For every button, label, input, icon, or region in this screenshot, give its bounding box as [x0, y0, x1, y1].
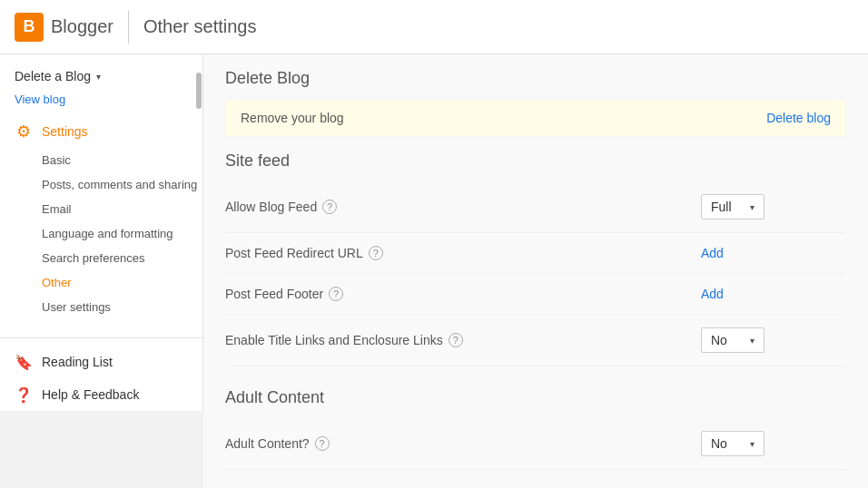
- sidebar: Delete a Blog ▾ View blog ⚙ Settings Bas…: [0, 54, 203, 411]
- allow-blog-feed-label: Allow Blog Feed ?: [225, 200, 701, 214]
- delete-blog-heading: Delete Blog: [225, 54, 846, 99]
- sidebar-subitem-other[interactable]: Other: [42, 270, 202, 295]
- sidebar-subitem-search[interactable]: Search preferences: [42, 246, 202, 270]
- allow-blog-feed-dropdown-caret: ▾: [750, 202, 755, 212]
- delete-blog-link[interactable]: Delete blog: [766, 111, 831, 125]
- enable-title-links-value: No ▾: [701, 327, 846, 353]
- setting-row-adult-content: Adult Content? ? No ▾: [225, 418, 846, 470]
- adult-content-help-icon[interactable]: ?: [315, 436, 330, 451]
- page-title: Other settings: [143, 16, 257, 37]
- enable-title-links-caret: ▾: [750, 336, 755, 346]
- setting-row-allow-blog-feed: Allow Blog Feed ? Full ▾: [225, 181, 846, 233]
- sidebar-subitem-user-settings[interactable]: User settings: [42, 295, 202, 319]
- setting-row-post-feed-footer: Post Feed Footer ? Add: [225, 274, 846, 315]
- setting-row-post-feed-redirect: Post Feed Redirect URL ? Add: [225, 233, 846, 274]
- gear-icon: ⚙: [16, 122, 31, 142]
- content-area: Delete Blog Remove your blog Delete blog…: [203, 54, 868, 488]
- post-feed-footer-value: Add: [701, 287, 846, 301]
- adult-content-value: No ▾: [701, 431, 846, 456]
- help-label: Help & Feedback: [42, 387, 139, 402]
- post-feed-footer-label: Post Feed Footer ?: [225, 287, 701, 301]
- bookmark-icon: 🔖: [15, 353, 33, 371]
- enable-title-links-label: Enable Title Links and Enclosure Links ?: [225, 333, 701, 347]
- sidebar-item-settings[interactable]: ⚙ Settings: [0, 115, 202, 148]
- allow-blog-feed-help-icon[interactable]: ?: [322, 200, 337, 214]
- site-feed-heading: Site feed: [225, 137, 846, 181]
- post-feed-redirect-add-link[interactable]: Add: [701, 246, 724, 260]
- header-divider: [128, 11, 129, 44]
- allow-blog-feed-dropdown-value: Full: [711, 200, 732, 214]
- sidebar-subitem-language[interactable]: Language and formatting: [42, 221, 202, 246]
- main-content: Delete Blog Remove your blog Delete blog…: [203, 54, 868, 488]
- sidebar-bottom: 🔖 Reading List ❓ Help & Feedback: [0, 337, 202, 411]
- sidebar-subitem-basic[interactable]: Basic: [42, 148, 202, 172]
- sidebar-subitem-posts-comments[interactable]: Posts, comments and sharing: [42, 172, 202, 197]
- blog-selector-arrow: ▾: [96, 72, 101, 82]
- view-blog-link[interactable]: View blog: [0, 91, 202, 115]
- settings-subitems: Basic Posts, comments and sharing Email …: [0, 148, 202, 319]
- post-feed-footer-help-icon[interactable]: ?: [329, 287, 343, 301]
- blogger-logo-icon: B: [15, 13, 44, 42]
- app-header: B Blogger Other settings: [0, 0, 868, 54]
- sidebar-subitem-email[interactable]: Email: [42, 197, 202, 221]
- sidebar-wrapper: Delete a Blog ▾ View blog ⚙ Settings Bas…: [0, 54, 203, 488]
- adult-content-caret: ▾: [750, 439, 755, 449]
- adult-content-dropdown[interactable]: No ▾: [701, 431, 764, 456]
- logo-area: B Blogger: [15, 13, 113, 42]
- sidebar-scroll-indicator: [196, 73, 202, 109]
- post-feed-redirect-help-icon[interactable]: ?: [369, 246, 383, 260]
- sidebar-item-help[interactable]: ❓ Help & Feedback: [0, 378, 202, 411]
- enable-title-links-dropdown-value: No: [711, 333, 727, 347]
- allow-blog-feed-value: Full ▾: [701, 194, 846, 220]
- post-feed-footer-add-link[interactable]: Add: [701, 287, 724, 301]
- app-name: Blogger: [51, 16, 113, 37]
- adult-content-dropdown-value: No: [711, 436, 727, 451]
- adult-content-heading: Adult Content: [225, 374, 846, 418]
- setting-row-enable-title-links: Enable Title Links and Enclosure Links ?…: [225, 315, 846, 366]
- enable-title-links-help-icon[interactable]: ?: [449, 333, 463, 347]
- delete-blog-label: Remove your blog: [241, 111, 766, 125]
- main-layout: Delete a Blog ▾ View blog ⚙ Settings Bas…: [0, 54, 868, 488]
- logo-letter: B: [24, 17, 35, 36]
- adult-content-section: Adult Content Adult Content? ? No ▾: [225, 374, 846, 470]
- gear-icon-wrapper: ⚙: [15, 122, 33, 141]
- enable-title-links-dropdown[interactable]: No ▾: [701, 327, 764, 353]
- adult-content-label: Adult Content? ?: [225, 436, 701, 451]
- sidebar-settings-label: Settings: [42, 124, 88, 139]
- delete-blog-row: Remove your blog Delete blog: [225, 99, 846, 137]
- blog-selector[interactable]: Delete a Blog ▾: [0, 62, 202, 91]
- reading-list-label: Reading List: [42, 355, 113, 369]
- help-icon: ❓: [15, 386, 33, 404]
- sidebar-item-reading-list[interactable]: 🔖 Reading List: [0, 346, 202, 378]
- blog-selector-label: Delete a Blog: [15, 69, 91, 83]
- allow-blog-feed-dropdown[interactable]: Full ▾: [701, 194, 764, 220]
- post-feed-redirect-value: Add: [701, 246, 846, 260]
- post-feed-redirect-label: Post Feed Redirect URL ?: [225, 246, 701, 260]
